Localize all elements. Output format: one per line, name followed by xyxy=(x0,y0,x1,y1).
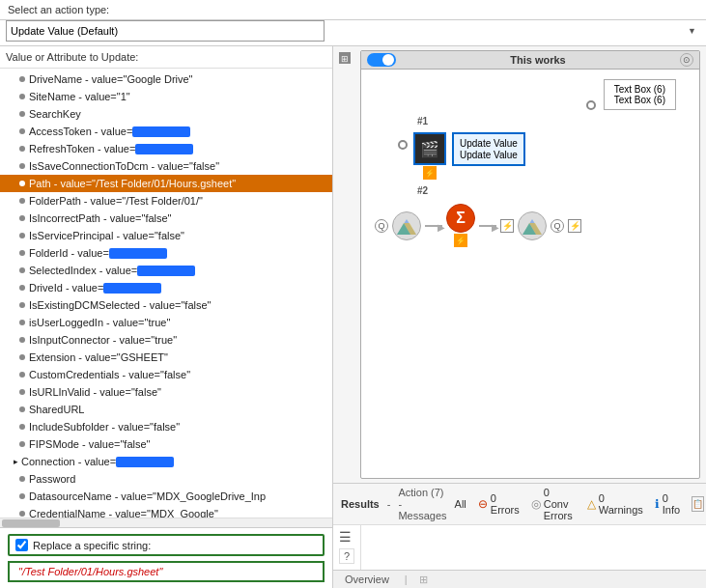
tree-item-path[interactable]: Path - value="/Test Folder/01/Hours.gshe… xyxy=(0,175,332,192)
all-label: All xyxy=(455,498,466,510)
tree-item[interactable]: isUserLoggedIn - value="true" xyxy=(0,314,332,331)
lightning-badge-2: ⚡ xyxy=(454,234,467,247)
tree-item[interactable]: IncludeSubfolder - value="false" xyxy=(0,418,332,435)
dot-icon xyxy=(19,181,25,186)
sum-icon: Σ xyxy=(446,204,475,233)
tree-item[interactable]: IsExistingDCMSelected - value="false" xyxy=(0,296,332,314)
redacted-value xyxy=(132,126,190,137)
results-info-icon[interactable]: ? xyxy=(339,548,354,564)
warnings-count: 0 Warnings xyxy=(599,492,643,516)
tree-item[interactable]: IsIncorrectPath - value="false" xyxy=(0,210,332,227)
tree-item[interactable]: CredentialName - value="MDX_Google" xyxy=(0,505,332,518)
horizontal-scrollbar[interactable] xyxy=(0,518,332,527)
results-title: Results xyxy=(341,498,380,510)
dot-icon xyxy=(19,441,25,447)
tree-item[interactable]: DriveId - value= xyxy=(0,279,332,296)
main-content: Value or Attribute to Update: DriveName … xyxy=(0,46,706,588)
tree-item[interactable]: IsInputConnector - value="true" xyxy=(0,331,332,349)
attribute-label: Value or Attribute to Update: xyxy=(2,48,326,66)
warning-icon: △ xyxy=(587,497,596,511)
tree-item[interactable]: IsURLInValid - value="false" xyxy=(0,383,332,401)
action-type-select[interactable]: Update Value (Default) xyxy=(6,20,325,42)
connector-dot xyxy=(586,100,596,110)
tree-item[interactable]: SharedURL xyxy=(0,401,332,418)
redacted-value xyxy=(109,248,167,259)
action-type-label: Select an action type: xyxy=(8,4,109,15)
close-button[interactable]: ⊙ xyxy=(680,53,693,67)
tree-item[interactable]: Extension - value="GSHEET" xyxy=(0,349,332,366)
dot-icon xyxy=(19,163,25,169)
tree-item[interactable]: SiteName - value="1" xyxy=(0,88,332,105)
tree-item[interactable]: AccessToken - value= xyxy=(0,123,332,140)
update-value-node[interactable]: Update Value Update Value xyxy=(452,132,525,166)
overview-tab[interactable]: Overview xyxy=(341,573,393,586)
results-subtitle: Action (7) - Messages xyxy=(398,487,446,521)
results-list-icon[interactable]: ☰ xyxy=(339,529,354,545)
dot-icon xyxy=(19,372,25,378)
tree-item[interactable]: FolderPath - value="/Test Folder/01/" xyxy=(0,192,332,210)
connector-dot xyxy=(398,140,408,150)
dot-icon xyxy=(19,302,25,308)
this-works-box: This works ⊙ Text Box (6) Text Box (6) xyxy=(360,50,700,479)
dot-icon xyxy=(19,354,25,360)
overview-separator: | xyxy=(405,574,408,585)
errors-count: 0 Errors xyxy=(491,492,520,516)
dot-icon xyxy=(19,285,25,291)
dot-icon xyxy=(19,511,25,517)
results-separator: - xyxy=(387,498,391,510)
conv-errors-count: 0 Conv Errors xyxy=(544,487,576,521)
workflow-inner: Text Box (6) Text Box (6) #1 xyxy=(361,70,699,253)
dot-icon xyxy=(19,406,25,412)
tree-item[interactable]: SearchKey xyxy=(0,105,332,123)
this-works-title: This works xyxy=(396,54,680,66)
tree-item-connection[interactable]: ▸ Connection - value= xyxy=(0,453,332,470)
q-icon-2: Q xyxy=(551,219,564,233)
dot-icon xyxy=(19,128,25,134)
dot-icon xyxy=(19,233,25,238)
update-label1: Update Value xyxy=(460,138,518,149)
bottom-section: Replace a specific string: xyxy=(0,527,332,588)
tree-item[interactable]: CustomCredentials - value="false" xyxy=(0,366,332,383)
scroll-thumb[interactable] xyxy=(2,519,60,527)
tree-item[interactable]: FolderId - value= xyxy=(0,244,332,262)
this-works-header: This works ⊙ xyxy=(361,51,699,70)
dot-icon xyxy=(19,424,25,430)
dot-icon xyxy=(19,493,25,499)
toggle-switch[interactable] xyxy=(367,53,396,67)
dot-icon xyxy=(19,250,25,256)
error-icon: ⊖ xyxy=(478,497,488,511)
workflow-corner-icon: ⊞ xyxy=(339,52,351,66)
dot-icon xyxy=(19,111,25,117)
textbox-label1: Text Box (6) xyxy=(614,84,665,95)
tree-item[interactable]: FIPSMode - value="false" xyxy=(0,435,332,453)
redacted-value xyxy=(135,144,193,154)
dot-icon xyxy=(19,476,25,482)
replace-string-checkbox[interactable] xyxy=(15,539,28,551)
all-tab[interactable]: All xyxy=(455,498,466,510)
tree-item[interactable]: IsServicePrincipal - value="false" xyxy=(0,227,332,244)
tree-item[interactable]: DatasourceName - value="MDX_GoogleDrive_… xyxy=(0,488,332,505)
dot-icon xyxy=(19,215,25,221)
q-icon-1: Q xyxy=(375,219,388,233)
tree-item[interactable]: SelectedIndex - value= xyxy=(0,262,332,279)
left-panel: Value or Attribute to Update: DriveName … xyxy=(0,46,333,588)
textbox-node-area: Text Box (6) Text Box (6) xyxy=(369,79,676,110)
update-label2: Update Value xyxy=(460,150,518,160)
conv-errors-stat: ◎ 0 Conv Errors xyxy=(531,487,576,521)
results-content xyxy=(361,525,706,570)
tree-item[interactable]: DriveName - value="Google Drive" xyxy=(0,70,332,88)
tree-item[interactable]: Password xyxy=(0,470,332,488)
replace-string-input[interactable] xyxy=(8,561,325,582)
tree-item[interactable]: IsSaveConnectionToDcm - value="false" xyxy=(0,157,332,175)
redacted-value xyxy=(116,457,174,467)
dot-icon xyxy=(19,198,25,204)
redacted-value xyxy=(103,283,161,294)
tree-container[interactable]: DriveName - value="Google Drive" SiteNam… xyxy=(0,69,332,518)
textbox-connector-top xyxy=(586,100,596,110)
info-stat: ℹ 0 Info xyxy=(655,492,680,516)
action-type-dropdown-wrapper[interactable]: Update Value (Default) ▼ xyxy=(6,20,700,42)
export-icon[interactable]: 📋 xyxy=(692,496,704,512)
tree-item[interactable]: RefreshToken - value= xyxy=(0,140,332,157)
strip-row: Q xyxy=(375,204,692,247)
replace-string-label: Replace a specific string: xyxy=(33,540,151,551)
